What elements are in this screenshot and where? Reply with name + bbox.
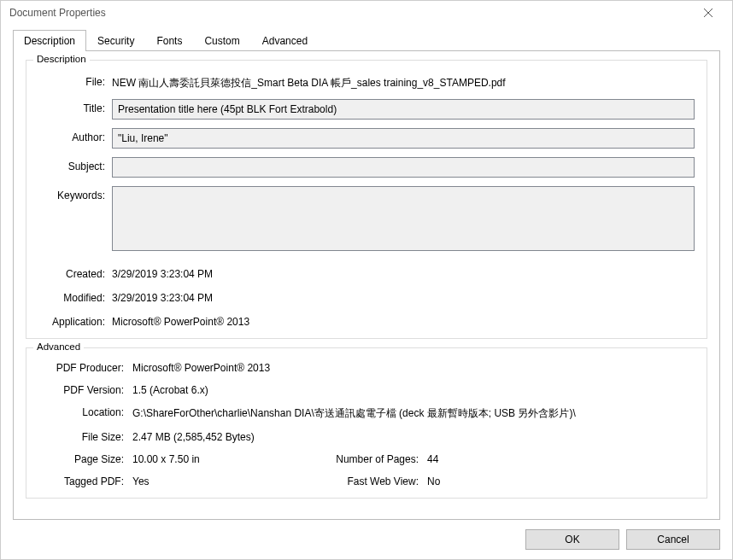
pdf-version-label: PDF Version: [38,382,132,396]
pdf-producer-label: PDF Producer: [38,360,132,374]
location-value: G:\ShareForOther\charlie\Nanshan DIA\寄送通… [132,405,576,421]
modified-label: Modified: [38,289,112,304]
tab-description[interactable]: Description [13,30,86,51]
tab-advanced[interactable]: Advanced [251,30,319,51]
ok-button[interactable]: OK [525,529,619,550]
application-value: Microsoft® PowerPoint® 2013 [112,312,249,328]
dialog-footer: OK Cancel [1,520,732,559]
dialog-body: Description Security Fonts Custom Advanc… [1,25,732,520]
created-value: 3/29/2019 3:23:04 PM [112,265,213,280]
file-size-label: File Size: [38,429,132,443]
tab-panel: Description File: NEW 南山人壽委託貝萊德投信_Smart … [13,50,720,520]
subject-input[interactable] [112,157,695,178]
pdf-producer-value: Microsoft® PowerPoint® 2013 [132,360,270,374]
file-label: File: [38,73,112,88]
num-pages-label: Number of Pages: [329,452,427,465]
subject-label: Subject: [38,157,112,172]
tab-fonts[interactable]: Fonts [145,30,193,51]
title-input[interactable]: Presentation title here (45pt BLK Fort E… [112,99,695,120]
file-size-value: 2.47 MB (2,585,452 Bytes) [132,429,255,443]
advanced-group: Advanced PDF Producer: Microsoft® PowerP… [26,347,707,499]
fast-web-value: No [427,474,440,487]
fast-web-label: Fast Web View: [329,474,427,487]
created-label: Created: [38,265,112,280]
close-icon [704,9,712,17]
modified-value: 3/29/2019 3:23:04 PM [112,289,213,304]
tagged-pdf-label: Tagged PDF: [38,474,132,487]
tab-strip: Description Security Fonts Custom Advanc… [13,29,720,50]
author-label: Author: [38,128,112,143]
location-label: Location: [38,405,132,421]
window-title: Document Properties [9,7,106,19]
application-label: Application: [38,312,112,328]
keywords-textarea[interactable] [112,186,695,251]
tab-security[interactable]: Security [86,30,145,51]
keywords-label: Keywords: [38,186,112,201]
author-input[interactable]: "Liu, Irene" [112,128,695,149]
advanced-legend: Advanced [33,341,84,352]
tab-custom[interactable]: Custom [193,30,250,51]
page-size-value: 10.00 x 7.50 in [132,452,200,465]
tagged-pdf-value: Yes [132,474,150,487]
description-legend: Description [33,54,90,64]
cancel-button[interactable]: Cancel [626,529,720,550]
close-button[interactable] [691,1,725,25]
titlebar: Document Properties [1,1,732,25]
description-group: Description File: NEW 南山人壽委託貝萊德投信_Smart … [26,60,707,339]
pdf-version-value: 1.5 (Acrobat 6.x) [132,382,208,396]
title-label: Title: [38,99,112,114]
num-pages-value: 44 [427,452,438,465]
document-properties-dialog: Document Properties Description Security… [0,0,733,560]
file-value: NEW 南山人壽委託貝萊德投信_Smart Beta DIA 帳戶_sales … [112,73,506,90]
page-size-label: Page Size: [38,452,132,465]
